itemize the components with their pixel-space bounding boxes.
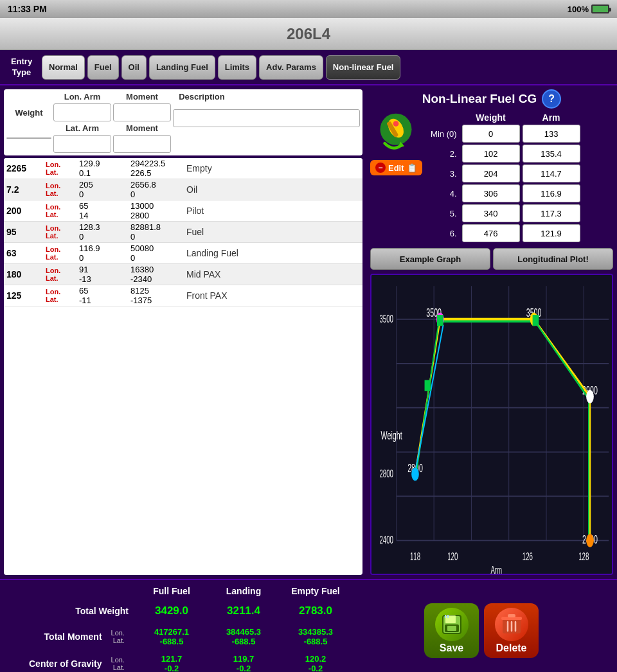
tab-normal[interactable]: Normal: [42, 55, 85, 80]
total-weight-landing: 3211.4: [208, 605, 279, 617]
lat-arm-input[interactable]: [53, 135, 111, 153]
cog-ff-lat: -0.2: [165, 664, 179, 672]
nlf-table: Weight Arm Min (0) 2. 3.: [427, 112, 580, 244]
nlf-weight-input-2[interactable]: [462, 164, 520, 182]
battery-icon: [591, 4, 609, 13]
lonlat-labels: Lon. Lat.: [46, 266, 78, 283]
description-header: Description: [173, 92, 231, 102]
svg-rect-48: [508, 614, 515, 617]
help-button[interactable]: ?: [542, 89, 561, 109]
lat-moment-header: Moment: [113, 123, 171, 133]
description-cell: Landing Fuel: [184, 247, 362, 260]
lon-arm-input[interactable]: [53, 103, 111, 121]
nlf-weight-col-header: Weight: [462, 112, 520, 123]
nlf-arm-input-2[interactable]: [523, 164, 580, 182]
nlf-arm-input-1[interactable]: [523, 145, 580, 163]
volume-input-area[interactable]: [6, 137, 51, 139]
cog-lon-sublabel: Lon.: [111, 656, 129, 664]
lon-moment-input[interactable]: [113, 103, 171, 121]
lon-arm-header: Lon. Arm: [53, 92, 111, 102]
nlf-weight-input-5[interactable]: [462, 224, 520, 242]
input-area: Lon. Arm Moment Description Weight Lat. …: [4, 89, 362, 155]
svg-rect-38: [533, 315, 539, 326]
entry-type-label: Entry Type: [4, 57, 39, 78]
lonlat-labels: Lon. Lat.: [46, 224, 78, 240]
lon-sublabel: Lon.: [111, 629, 129, 637]
table-row[interactable]: 63 Lon. Lat. 116.90 500800 Landing Fuel: [4, 243, 362, 264]
nlf-weight-input-1[interactable]: [462, 145, 520, 163]
svg-text:Weight: Weight: [381, 429, 403, 442]
table-row[interactable]: 125 Lon. Lat. 65-11 8125-1375 Front PAX: [4, 285, 362, 306]
cog-ff-lon: 121.7: [161, 654, 183, 664]
tab-adv-params[interactable]: Adv. Params: [259, 55, 323, 80]
nlf-weight-input-0[interactable]: [462, 125, 520, 143]
cog-empty-fuel: 120.2 -0.2: [280, 654, 351, 672]
tab-fuel[interactable]: Fuel: [87, 55, 119, 80]
weight-cell: 125: [4, 289, 46, 302]
nlf-arm-input-4[interactable]: [523, 204, 580, 222]
weight-cell: 63: [4, 247, 46, 260]
tab-limits[interactable]: Limits: [218, 55, 256, 80]
lonlat-labels: Lon. Lat.: [46, 287, 78, 304]
cog-sub-labels: Lon. Lat.: [111, 656, 129, 671]
nlf-arm-input-0[interactable]: [523, 125, 580, 143]
description-cell: Fuel: [184, 225, 362, 238]
save-button[interactable]: Save: [424, 603, 479, 658]
save-label: Save: [440, 642, 463, 654]
title-bar: 206L4: [0, 18, 617, 50]
edit-button[interactable]: − Edit 📋: [370, 160, 422, 175]
svg-rect-37: [437, 315, 443, 326]
nlf-row-min: Min (0): [427, 125, 580, 143]
tab-oil[interactable]: Oil: [121, 55, 147, 80]
description-cell: Empty: [184, 162, 362, 175]
description-cell: Front PAX: [184, 289, 362, 302]
right-panel: Non-Linear Fuel CG ? −: [366, 85, 617, 579]
description-input[interactable]: [173, 109, 360, 127]
delete-button[interactable]: Delete: [484, 603, 539, 658]
edit-book-icon: 📋: [407, 163, 417, 173]
nlf-weight-header: [427, 112, 460, 123]
nlf-row-5: 5.: [427, 204, 580, 222]
description-cell: Mid PAX: [184, 268, 362, 281]
table-row[interactable]: 200 Lon. Lat. 6514 130002800 Pilot: [4, 200, 362, 222]
arm-cell: 128.30: [78, 222, 129, 242]
nlf-row-label-6: 6.: [427, 229, 460, 238]
cog-label: Center of Gravity: [29, 659, 109, 669]
arm-cell: 2050: [78, 179, 129, 200]
total-moment-ff-lon: 417267.1: [154, 627, 189, 637]
total-weight-empty-fuel: 2783.0: [280, 605, 351, 617]
longitudinal-plot-button[interactable]: Longitudinal Plot!: [493, 248, 613, 270]
total-moment-ef-lat: -688.5: [304, 637, 328, 646]
svg-point-35: [586, 390, 594, 403]
table-row[interactable]: 2265 Lon. Lat. 129.90.1 294223.5226.5 Em…: [4, 158, 362, 179]
nlf-arm-input-3[interactable]: [523, 184, 580, 202]
nlf-arm-input-5[interactable]: [523, 224, 580, 242]
table-row[interactable]: 95 Lon. Lat. 128.30 82881.80 Fuel: [4, 222, 362, 243]
battery-indicator: 100%: [568, 4, 609, 14]
arm-cell: 6514: [78, 200, 129, 221]
nlf-row-label-3: 3.: [427, 169, 460, 179]
save-icon: [435, 608, 469, 641]
nlf-header: Non-Linear Fuel CG ?: [370, 89, 613, 109]
nlf-weight-input-4[interactable]: [462, 204, 520, 222]
bottom-panel: Full Fuel Landing Empty Fuel Save: [0, 579, 617, 672]
chart-buttons: Example Graph Longitudinal Plot!: [370, 248, 613, 270]
tab-landing-fuel[interactable]: Landing Fuel: [149, 55, 215, 80]
svg-text:120: 120: [447, 550, 458, 563]
page-title: 206L4: [287, 25, 330, 43]
svg-text:3500: 3500: [379, 312, 393, 325]
nlf-weight-input-3[interactable]: [462, 184, 520, 202]
moment-sub-labels: Lon. Lat.: [111, 629, 129, 644]
example-graph-button[interactable]: Example Graph: [370, 248, 490, 270]
total-moment-landing: 384465.3 -688.5: [208, 627, 279, 646]
tab-non-linear-fuel[interactable]: Non-linear Fuel: [326, 55, 401, 80]
lat-moment-input[interactable]: [113, 135, 171, 153]
table-row[interactable]: 7.2 Lon. Lat. 2050 2656.80 Oil: [4, 179, 362, 200]
time-display: 11:33 PM: [8, 4, 47, 14]
weight-cell: 180: [4, 268, 46, 281]
moment-cell: 8125-1375: [129, 285, 184, 306]
data-table: 2265 Lon. Lat. 129.90.1 294223.5226.5 Em…: [4, 158, 362, 575]
cog-lat-sublabel: Lat.: [111, 664, 129, 671]
save-icon-svg: [440, 613, 463, 636]
table-row[interactable]: 180 Lon. Lat. 91-13 16380-2340 Mid PAX: [4, 264, 362, 285]
